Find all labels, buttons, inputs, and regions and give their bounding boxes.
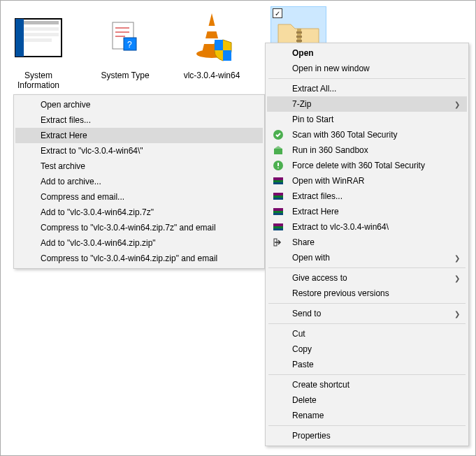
svg-marker-26 — [274, 146, 282, 149]
chevron-right-icon: ❯ — [454, 254, 460, 262]
submenu-add-to-archive[interactable]: Add to archive... — [15, 174, 263, 189]
svg-rect-34 — [273, 208, 283, 211]
menu-properties[interactable]: Properties — [267, 428, 467, 443]
menu-winrar-extract-to[interactable]: Extract to vlc-3.0.4-win64\ — [267, 219, 467, 235]
svg-rect-2 — [24, 21, 59, 24]
submenu-extract-to[interactable]: Extract to "vlc-3.0.4-win64\" — [15, 143, 263, 159]
menu-label: Create shortcut — [292, 380, 349, 390]
icon-vlc-exe[interactable]: vlc-3.0.4-win64 — [178, 6, 245, 91]
svg-rect-20 — [296, 31, 302, 34]
menu-share[interactable]: Share — [267, 235, 467, 250]
menu-label: Test archive — [41, 161, 85, 171]
submenu-test-archive[interactable]: Test archive — [15, 159, 263, 174]
icon-system-information[interactable]: System Information — [5, 6, 72, 91]
share-icon — [273, 237, 284, 248]
context-menu: Open Open in new window Extract All... 7… — [265, 43, 469, 446]
icon-system-type[interactable]: ? System Type — [92, 6, 159, 91]
menu-separator — [268, 425, 466, 426]
menu-label: Properties — [292, 431, 331, 441]
menu-7zip[interactable]: 7-Zip❯ — [267, 96, 467, 112]
menu-open[interactable]: Open — [267, 45, 467, 61]
menu-copy[interactable]: Copy — [267, 341, 467, 357]
svg-text:?: ? — [127, 40, 132, 50]
svg-rect-36 — [273, 213, 283, 215]
svg-rect-29 — [273, 180, 283, 182]
svg-rect-3 — [24, 27, 59, 31]
menu-label: Extract files... — [41, 115, 91, 125]
svg-rect-35 — [273, 211, 283, 213]
menu-label: Open in new window — [292, 64, 370, 73]
menu-label: Compress and email... — [41, 192, 124, 202]
submenu-extract-files[interactable]: Extract files... — [15, 112, 263, 128]
svg-rect-31 — [273, 193, 283, 196]
svg-rect-37 — [273, 223, 283, 226]
icon-label: System Information — [5, 71, 72, 91]
submenu-add-to-7z[interactable]: Add to "vlc-3.0.4-win64.zip.7z" — [15, 205, 263, 220]
icon-label: System Type — [101, 71, 149, 80]
menu-pin-to-start[interactable]: Pin to Start — [267, 112, 467, 127]
menu-label: Open archive — [41, 100, 90, 110]
shield-green-icon — [273, 129, 284, 140]
menu-separator — [268, 78, 466, 79]
menu-label: Extract Here — [41, 131, 87, 140]
menu-label: 7-Zip — [292, 99, 311, 109]
menu-label: Give access to — [292, 273, 347, 283]
menu-force-delete[interactable]: Force delete with 360 Total Security — [267, 158, 467, 173]
submenu-compress-zip-email[interactable]: Compress to "vlc-3.0.4-win64.zip.zip" an… — [15, 251, 263, 266]
winrar-icon — [273, 191, 284, 202]
menu-open-new-window[interactable]: Open in new window — [267, 61, 467, 76]
selection-checkbox[interactable]: ✓ — [273, 8, 282, 18]
menu-label: Run in 360 Sandbox — [292, 145, 368, 155]
menu-paste[interactable]: Paste — [267, 357, 467, 372]
svg-rect-39 — [273, 228, 283, 230]
menu-label: Extract files... — [292, 191, 342, 201]
submenu-open-archive[interactable]: Open archive — [15, 97, 263, 112]
svg-rect-1 — [15, 19, 24, 57]
winrar-icon — [273, 175, 284, 186]
menu-label: Scan with 360 Total Security — [292, 130, 398, 140]
submenu-extract-here[interactable]: Extract Here — [15, 128, 263, 143]
menu-extract-all[interactable]: Extract All... — [267, 81, 467, 96]
menu-open-winrar[interactable]: Open with WinRAR — [267, 173, 467, 189]
menu-open-with[interactable]: Open with❯ — [267, 250, 467, 265]
winrar-icon — [273, 206, 284, 217]
submenu-7zip: Open archive Extract files... Extract He… — [13, 94, 265, 269]
chevron-right-icon: ❯ — [454, 274, 460, 282]
menu-label: Add to "vlc-3.0.4-win64.zip.zip" — [41, 238, 156, 248]
menu-label: Compress to "vlc-3.0.4-win64.zip.7z" and… — [41, 223, 216, 233]
menu-label: Extract to vlc-3.0.4-win64\ — [292, 222, 389, 232]
svg-rect-13 — [205, 26, 219, 31]
vlc-cone-icon — [187, 9, 237, 65]
svg-rect-5 — [24, 38, 52, 42]
icon-label: vlc-3.0.4-win64 — [184, 71, 240, 80]
svg-rect-30 — [273, 182, 283, 184]
menu-cut[interactable]: Cut — [267, 326, 467, 341]
menu-give-access-to[interactable]: Give access to❯ — [267, 270, 467, 286]
svg-rect-4 — [24, 33, 59, 36]
menu-scan-360[interactable]: Scan with 360 Total Security — [267, 127, 467, 142]
svg-rect-38 — [273, 226, 283, 228]
submenu-compress-7z-email[interactable]: Compress to "vlc-3.0.4-win64.zip.7z" and… — [15, 220, 263, 235]
menu-create-shortcut[interactable]: Create shortcut — [267, 377, 467, 392]
menu-label: Force delete with 360 Total Security — [292, 161, 425, 170]
menu-rename[interactable]: Rename — [267, 408, 467, 423]
menu-separator — [268, 374, 466, 375]
menu-label: Extract Here — [292, 207, 339, 216]
submenu-compress-email[interactable]: Compress and email... — [15, 189, 263, 205]
menu-delete[interactable]: Delete — [267, 392, 467, 408]
menu-label: Copy — [292, 344, 312, 354]
svg-rect-32 — [273, 196, 283, 198]
menu-label: Paste — [292, 360, 314, 369]
menu-winrar-extract-files[interactable]: Extract files... — [267, 189, 467, 204]
menu-label: Share — [292, 237, 315, 247]
menu-restore-versions[interactable]: Restore previous versions — [267, 286, 467, 301]
menu-run-sandbox[interactable]: Run in 360 Sandbox — [267, 142, 467, 158]
menu-send-to[interactable]: Send to❯ — [267, 306, 467, 321]
menu-label: Add to archive... — [41, 177, 101, 186]
menu-label: Open with WinRAR — [292, 176, 364, 186]
menu-winrar-extract-here[interactable]: Extract Here — [267, 204, 467, 219]
submenu-add-to-zip[interactable]: Add to "vlc-3.0.4-win64.zip.zip" — [15, 235, 263, 251]
menu-label: Open — [292, 48, 314, 58]
system-information-icon — [14, 12, 63, 62]
menu-separator — [268, 303, 466, 304]
